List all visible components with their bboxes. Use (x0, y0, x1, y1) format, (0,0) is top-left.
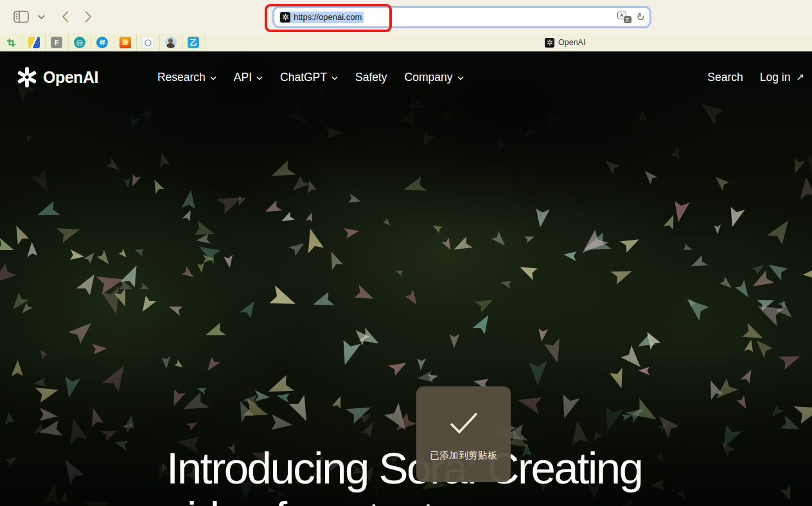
split-color-icon (28, 37, 40, 48)
sidebar-toggle-icon[interactable] (13, 10, 30, 24)
nav-item-api[interactable]: API (234, 71, 263, 84)
chevron-down-icon (210, 76, 216, 80)
avatar-icon (165, 37, 177, 48)
nav-right: Search Log in ↗ (707, 71, 804, 84)
swirl-circle-icon: ◎ (74, 37, 85, 48)
clipboard-toast: 已添加到剪贴板 (416, 386, 511, 482)
tab-title: OpenAI (558, 38, 585, 47)
chevron-down-icon (457, 76, 464, 80)
yi-square-icon: 乙 (188, 37, 199, 48)
bookmark-item[interactable] (160, 33, 183, 51)
url-text[interactable]: https://openai.com (294, 12, 362, 22)
tab-bar: F ◎ 样 膳 ⬡ 乙 (0, 33, 812, 51)
hexagon-logo-icon: ⬡ (142, 37, 154, 48)
checkmark-icon (447, 411, 481, 435)
letter-f-icon: F (51, 37, 62, 48)
chevron-down-icon (256, 76, 263, 80)
logo-text: OpenAI (43, 68, 98, 87)
nav-item-safety[interactable]: Safety (355, 71, 387, 84)
bookmark-item[interactable]: ⬡ (137, 33, 160, 51)
bookmark-item[interactable]: F (46, 33, 69, 51)
nav-item-chatgpt[interactable]: ChatGPT (280, 71, 338, 84)
bookmark-item[interactable] (23, 33, 46, 51)
crop-icon (5, 37, 17, 48)
forward-button[interactable] (82, 10, 94, 23)
nav-item-research[interactable]: Research (157, 71, 216, 84)
url-selection: https://openai.com (279, 12, 364, 23)
browser-toolbar: https://openai.com A 文 ↻ (0, 0, 812, 33)
back-button[interactable] (59, 10, 71, 23)
yang-circle-icon: 样 (96, 37, 108, 48)
shan-square-icon: 膳 (119, 37, 131, 48)
nav-links: Research API ChatGPT Safety Company (157, 71, 464, 84)
headline-line2: video from text (166, 493, 642, 506)
hero-image (0, 51, 812, 506)
bookmarks-bar: F ◎ 样 膳 ⬡ 乙 (0, 33, 206, 51)
bookmark-item[interactable]: ◎ (69, 33, 92, 51)
bookmark-item[interactable]: 样 (91, 33, 114, 51)
external-arrow-icon: ↗ (796, 71, 804, 83)
reload-icon[interactable]: ↻ (634, 11, 646, 24)
translate-icon[interactable]: A 文 (617, 12, 631, 23)
bookmark-item[interactable]: 膳 (114, 33, 137, 51)
hero-headline: Introducing Sora: Creating video from te… (166, 444, 642, 506)
bookmark-item[interactable] (0, 33, 23, 51)
login-link[interactable]: Log in ↗ (760, 71, 804, 84)
openai-logo[interactable]: OpenAI (16, 66, 98, 88)
toolbar-chevron-down-icon[interactable] (35, 10, 48, 23)
tab-favicon (545, 38, 554, 48)
search-link[interactable]: Search (707, 71, 743, 84)
headline-line1: Introducing Sora: Creating (166, 444, 642, 493)
nav-item-company[interactable]: Company (405, 71, 464, 84)
hero-section: OpenAI Research API ChatGPT Safety Compa… (0, 51, 812, 506)
bookmark-item[interactable]: 乙 (182, 33, 206, 51)
toast-message: 已添加到剪贴板 (430, 449, 497, 462)
chevron-down-icon (331, 76, 338, 80)
active-tab[interactable]: OpenAI (545, 33, 585, 51)
openai-favicon (280, 12, 290, 23)
url-bar[interactable]: https://openai.com A 文 ↻ (272, 6, 651, 28)
site-navigation: OpenAI Research API ChatGPT Safety Compa… (0, 61, 812, 93)
